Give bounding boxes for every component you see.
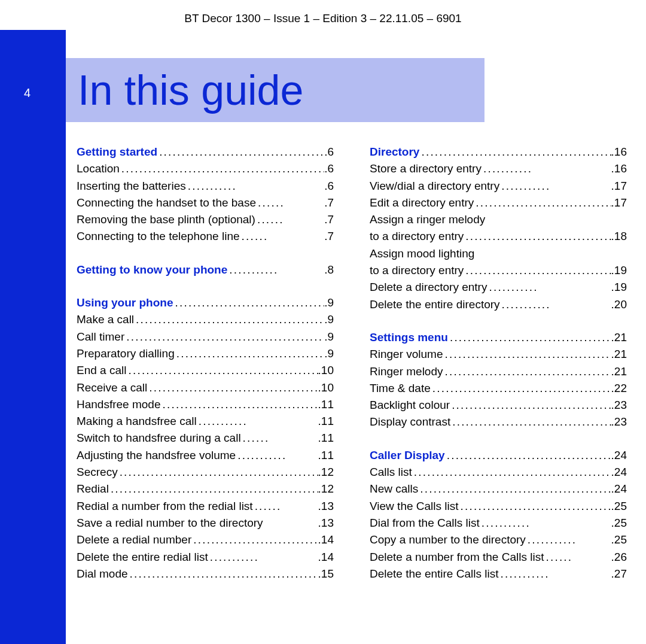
- toc-entry: Save a redial number to the directory.13: [77, 515, 334, 531]
- toc-page: .13: [318, 498, 334, 515]
- toc-label: View/dial a directory entry: [370, 178, 499, 195]
- toc-label: Getting started: [77, 144, 157, 160]
- toc-label: Using your phone: [77, 294, 173, 311]
- toc-entry: Ringer volume.21: [370, 346, 627, 363]
- toc-page: .14: [318, 531, 334, 548]
- page-title: In this guide: [78, 66, 303, 114]
- toc-label: Call timer: [77, 329, 124, 345]
- toc-section-heading: Caller Display.24: [370, 447, 627, 464]
- toc-page: .9: [324, 294, 334, 311]
- toc-page: .25: [611, 498, 627, 515]
- toc-page: .11: [318, 430, 334, 446]
- toc-entry: Location.6: [77, 160, 334, 177]
- toc-leader-dots: [134, 311, 324, 328]
- toc-leader-dots: [253, 498, 318, 515]
- toc-label: Connecting the handset to the base: [77, 195, 256, 211]
- toc-page: .9: [324, 311, 334, 328]
- toc-label: Delete the entire redial list: [77, 549, 208, 566]
- toc-leader-dots: [418, 481, 611, 497]
- toc-page: .22: [611, 380, 627, 397]
- toc-page: .10: [318, 362, 334, 379]
- toc-entry: Connecting to the telephone line.7: [77, 228, 334, 245]
- toc-label: Display contrast: [370, 414, 450, 430]
- toc-label: Calls list: [370, 464, 412, 481]
- title-banner: In this guide: [66, 58, 484, 122]
- toc-label: Edit a directory entry: [370, 195, 474, 211]
- toc-label: Receive a call: [77, 379, 147, 396]
- toc-leader-dots: [126, 362, 318, 379]
- toc-label: Location: [77, 160, 120, 177]
- toc-entry: Secrecy.12: [77, 464, 334, 481]
- toc-page: .23: [611, 414, 627, 430]
- toc-entry: Delete a directory entry.19: [370, 279, 627, 296]
- toc-leader-dots: [544, 549, 611, 566]
- toc-label: Ringer volume: [370, 346, 443, 363]
- toc-entry: Making a handsfree call.11: [77, 413, 334, 430]
- toc-page: .25: [611, 515, 627, 531]
- document-header: BT Decor 1300 – Issue 1 – Edition 3 – 22…: [0, 12, 646, 25]
- toc-page: .21: [611, 329, 627, 346]
- toc-label: Secrecy: [77, 464, 118, 481]
- toc-label: Inserting the batteries: [77, 178, 186, 195]
- toc-label: Delete a redial number: [77, 531, 191, 548]
- toc-leader-dots: [450, 414, 611, 430]
- toc-entry: Redial.12: [77, 481, 334, 497]
- toc-page: .7: [324, 195, 334, 211]
- toc-label: to a directory entry: [370, 262, 464, 279]
- toc-page: .17: [611, 178, 627, 195]
- toc-leader-dots: [526, 531, 611, 548]
- toc-page: .12: [318, 481, 334, 497]
- toc-page: .23: [611, 397, 627, 414]
- toc-label: Redial a number from the redial list: [77, 498, 253, 515]
- toc-label: Delete a number from the Calls list: [370, 549, 544, 566]
- toc-section-heading: Directory.16: [370, 144, 627, 160]
- toc-section-heading: Getting to know your phone.8: [77, 262, 334, 278]
- toc-section-heading: Settings menu.21: [370, 329, 627, 346]
- toc-leader-dots: [173, 294, 325, 311]
- toc-page: .11: [318, 447, 334, 464]
- toc-page: .14: [318, 549, 334, 566]
- toc-leader-dots: [227, 262, 324, 278]
- toc-label: Making a handsfree call: [77, 413, 197, 430]
- toc-label: Preparatory dialling: [77, 345, 175, 362]
- toc-section-heading: Using your phone.9: [77, 294, 334, 311]
- toc-entry: Removing the base plinth (optional).7: [77, 211, 334, 228]
- toc-page: .25: [611, 531, 627, 548]
- toc-page: .24: [611, 447, 627, 464]
- page-sidebar: [0, 30, 66, 644]
- toc-leader-dots: [109, 481, 318, 497]
- toc-label: Save a redial number to the directory: [77, 515, 263, 531]
- toc-page: .8: [324, 262, 334, 278]
- toc-label: Delete the entire directory: [370, 296, 500, 313]
- toc-entry: Adjusting the handsfree volume.11: [77, 447, 334, 464]
- toc-page: .24: [611, 464, 627, 481]
- toc-leader-dots: [419, 144, 611, 160]
- toc-page: .21: [611, 363, 627, 380]
- section-gap: [370, 431, 627, 447]
- toc-leader-dots: [443, 363, 611, 380]
- toc-entry: Delete the entire redial list.14: [77, 549, 334, 566]
- toc-page: .12: [318, 464, 334, 481]
- toc-page: .10: [318, 379, 334, 396]
- toc-entry: Delete a redial number.14: [77, 531, 334, 548]
- section-gap: [370, 313, 627, 329]
- toc-leader-dots: [474, 195, 611, 211]
- toc-leader-dots: [191, 531, 318, 548]
- toc-entry: Ringer melody.21: [370, 363, 627, 380]
- toc-page: .7: [324, 228, 334, 245]
- toc-page: .21: [611, 346, 627, 363]
- toc-entry: Store a directory entry.16: [370, 160, 627, 177]
- section-gap: [77, 278, 334, 294]
- toc-section-heading: Getting started.6: [77, 144, 334, 160]
- toc-label: Getting to know your phone: [77, 262, 227, 278]
- toc-entry-line1: Assign mood lighting: [370, 245, 627, 262]
- toc-leader-dots: [236, 447, 318, 464]
- toc-entry: Call timer.9: [77, 329, 334, 345]
- toc-page: .15: [318, 566, 334, 582]
- toc-label: Dial from the Calls list: [370, 515, 480, 531]
- toc-entry: Handsfree mode.11: [77, 396, 334, 413]
- toc-page: .17: [611, 195, 627, 211]
- toc-label: Backlight colour: [370, 397, 450, 414]
- toc-entry: End a call.10: [77, 362, 334, 379]
- toc-leader-dots: [160, 396, 318, 413]
